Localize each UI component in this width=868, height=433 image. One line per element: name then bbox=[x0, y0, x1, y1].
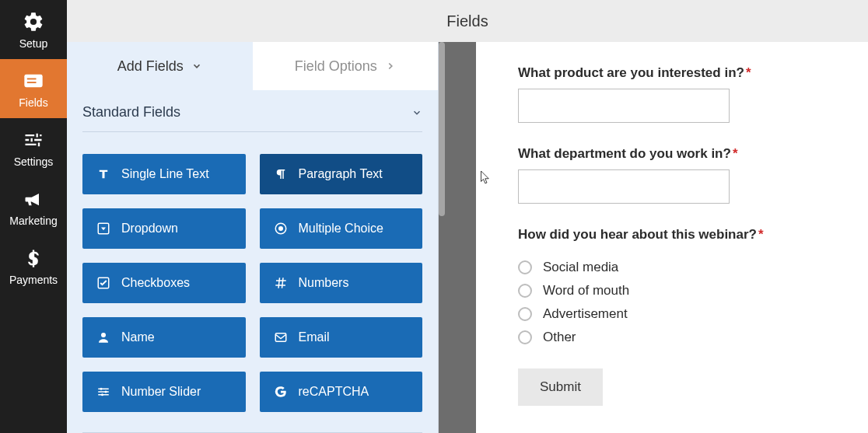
dollar-icon bbox=[23, 247, 44, 269]
field-label: Dropdown bbox=[121, 222, 178, 236]
radio-item[interactable]: Word of mouth bbox=[518, 283, 829, 299]
main-area: Fields Add Fields Field Options Standard… bbox=[67, 0, 868, 433]
svg-rect-8 bbox=[275, 333, 286, 342]
work-area: Add Fields Field Options Standard Fields… bbox=[67, 42, 868, 433]
field-single-line-text[interactable]: Single Line Text bbox=[82, 154, 246, 194]
page-title: Fields bbox=[446, 12, 488, 30]
check-square-icon bbox=[96, 276, 110, 290]
field-dropdown[interactable]: Dropdown bbox=[82, 208, 246, 249]
sidenav-item-marketing[interactable]: Marketing bbox=[0, 177, 67, 236]
svg-point-11 bbox=[101, 393, 103, 396]
form-question-2: What department do you work in?* bbox=[518, 146, 829, 204]
left-sidebar: Setup Fields Settings Marketing Payments bbox=[0, 0, 67, 433]
tab-add-fields-label: Add Fields bbox=[117, 58, 184, 75]
radio-item[interactable]: Other bbox=[518, 330, 829, 345]
tab-field-options[interactable]: Field Options bbox=[253, 42, 439, 90]
question-label: What department do you work in?* bbox=[518, 146, 738, 162]
field-checkboxes[interactable]: Checkboxes bbox=[82, 263, 246, 303]
field-label: reCAPTCHA bbox=[299, 385, 369, 399]
chevron-right-icon bbox=[385, 61, 396, 72]
dot-circle-icon bbox=[274, 222, 288, 236]
bullhorn-icon bbox=[23, 188, 44, 210]
radio-icon bbox=[518, 307, 532, 321]
field-label: Single Line Text bbox=[121, 167, 209, 181]
paragraph-icon bbox=[274, 167, 288, 181]
radio-label: Other bbox=[543, 330, 576, 345]
radio-label: Word of mouth bbox=[543, 283, 629, 299]
panel-tabs: Add Fields Field Options bbox=[67, 42, 438, 90]
sliders-h-icon bbox=[96, 385, 110, 399]
question-label: How did you hear about this webinar?* bbox=[518, 227, 764, 243]
svg-point-10 bbox=[105, 391, 107, 393]
sidenav-label-fields: Fields bbox=[19, 96, 47, 109]
text-icon bbox=[96, 167, 110, 181]
section-standard-fields[interactable]: Standard Fields bbox=[82, 90, 422, 132]
gear-icon bbox=[23, 11, 44, 33]
field-label: Paragraph Text bbox=[299, 167, 383, 181]
form-preview: What product are you interested in?* Wha… bbox=[476, 42, 868, 433]
field-label: Email bbox=[299, 330, 330, 344]
required-mark: * bbox=[758, 227, 764, 242]
radio-label: Social media bbox=[543, 260, 618, 275]
caret-square-icon bbox=[96, 222, 110, 236]
required-mark: * bbox=[746, 65, 751, 80]
question-label: What product are you interested in?* bbox=[518, 65, 751, 81]
svg-point-9 bbox=[100, 388, 103, 390]
section-title: Standard Fields bbox=[82, 104, 180, 120]
field-number-slider[interactable]: Number Slider bbox=[82, 372, 246, 412]
sidenav-label-settings: Settings bbox=[14, 155, 54, 168]
field-label: Numbers bbox=[299, 276, 349, 290]
top-bar: Fields bbox=[67, 0, 868, 42]
field-label: Number Slider bbox=[121, 385, 201, 399]
tab-add-fields[interactable]: Add Fields bbox=[67, 42, 253, 90]
submit-button[interactable]: Submit bbox=[518, 368, 603, 406]
svg-point-5 bbox=[278, 226, 283, 231]
field-label: Name bbox=[121, 330, 155, 344]
field-multiple-choice[interactable]: Multiple Choice bbox=[260, 208, 423, 249]
field-recaptcha[interactable]: reCAPTCHA bbox=[260, 372, 423, 412]
text-input-q2[interactable] bbox=[518, 169, 730, 204]
radio-item[interactable]: Advertisement bbox=[518, 306, 829, 322]
field-paragraph-text[interactable]: Paragraph Text bbox=[260, 154, 423, 194]
sidenav-label-setup: Setup bbox=[19, 37, 48, 50]
field-name[interactable]: Name bbox=[82, 317, 246, 358]
fields-panel: Add Fields Field Options Standard Fields… bbox=[67, 42, 439, 433]
svg-rect-0 bbox=[24, 75, 42, 87]
sidenav-item-settings[interactable]: Settings bbox=[0, 118, 67, 177]
radio-icon bbox=[518, 260, 532, 274]
form-question-1: What product are you interested in?* bbox=[518, 65, 829, 123]
radio-item[interactable]: Social media bbox=[518, 260, 829, 275]
sidenav-item-fields[interactable]: Fields bbox=[0, 59, 67, 118]
sidenav-item-payments[interactable]: Payments bbox=[0, 236, 67, 295]
field-numbers[interactable]: Numbers bbox=[260, 263, 423, 303]
sidenav-label-marketing: Marketing bbox=[9, 215, 57, 227]
tab-field-options-label: Field Options bbox=[295, 58, 377, 75]
field-grid: Single Line Text Paragraph Text Dropdown… bbox=[67, 132, 438, 426]
svg-point-7 bbox=[101, 333, 106, 337]
radio-icon bbox=[518, 330, 532, 344]
form-icon bbox=[23, 70, 44, 92]
hash-icon bbox=[274, 276, 288, 290]
chevron-down-icon bbox=[411, 107, 422, 118]
radio-label: Advertisement bbox=[543, 306, 628, 322]
chevron-down-icon bbox=[191, 61, 202, 72]
svg-rect-1 bbox=[27, 79, 37, 80]
envelope-icon bbox=[274, 330, 288, 344]
sliders-icon bbox=[23, 129, 44, 151]
google-icon bbox=[274, 385, 288, 399]
radio-list: Social media Word of mouth Advertisement… bbox=[518, 260, 829, 345]
preview-gutter bbox=[439, 42, 476, 433]
text-input-q1[interactable] bbox=[518, 89, 730, 123]
field-email[interactable]: Email bbox=[260, 317, 423, 358]
field-label: Checkboxes bbox=[121, 276, 190, 290]
required-mark: * bbox=[733, 146, 738, 161]
sidenav-item-setup[interactable]: Setup bbox=[0, 0, 67, 59]
field-label: Multiple Choice bbox=[299, 222, 383, 236]
svg-rect-2 bbox=[27, 82, 37, 83]
user-icon bbox=[96, 330, 110, 344]
radio-icon bbox=[518, 284, 532, 298]
sidenav-label-payments: Payments bbox=[9, 274, 58, 286]
form-question-3: How did you hear about this webinar?* So… bbox=[518, 227, 829, 345]
